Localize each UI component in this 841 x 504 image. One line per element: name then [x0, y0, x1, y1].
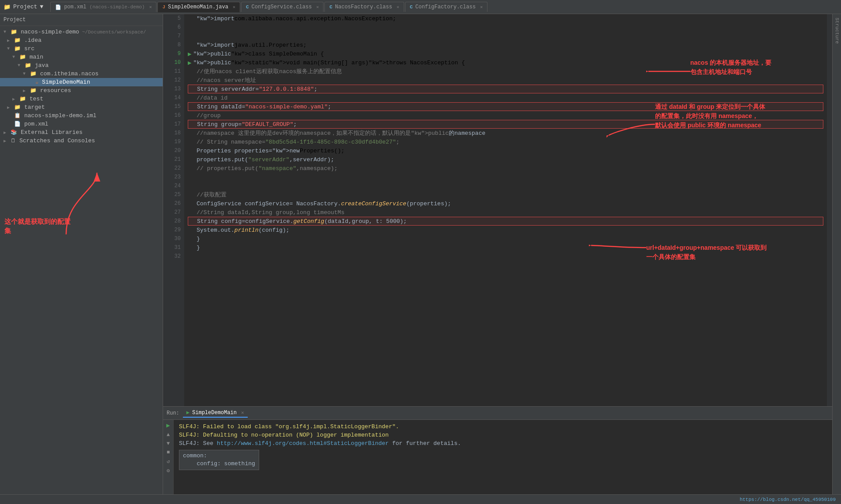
line-num-23: 23 — [163, 173, 184, 182]
line-num-32: 32 — [163, 252, 184, 261]
line-num-11: 11 — [163, 67, 184, 76]
tree-label: SimpleDemoMain — [42, 79, 90, 85]
bottom-content: ▶ ▲ ▼ ■ ↺ ⚙ SLF4J: Failed to load class … — [163, 420, 832, 494]
console-line: SLF4J: Failed to load class "org.slf4j.i… — [179, 423, 827, 431]
tree-arrow: ▶ — [12, 96, 18, 102]
run-tab-close[interactable]: ✕ — [241, 410, 244, 415]
up-btn[interactable]: ▲ — [167, 432, 170, 438]
tree-icon: 📁 — [14, 45, 21, 52]
console-line: SLF4J: Defaulting to no-operation (NOP) … — [179, 431, 827, 439]
sidebar-item-simpledemomain[interactable]: ☕SimpleDemoMain — [0, 78, 163, 86]
sidebar-item-test[interactable]: ▶📁test — [0, 95, 163, 103]
code-line-32 — [188, 252, 823, 261]
bottom-panel: Run: ▶ SimpleDemoMain ✕ ▶ ▲ ▼ ■ ↺ ⚙ — [163, 406, 832, 494]
tab-configfactory[interactable]: CConfigFactory.class✕ — [405, 2, 487, 12]
tree-icon: 📋 — [14, 112, 21, 119]
sidebar-item--idea[interactable]: ▶📁.idea — [0, 36, 163, 44]
line-num-29: 29 — [163, 226, 184, 234]
sidebar-item-nacos-simple-demo-iml[interactable]: 📋nacos-simple-demo.iml — [0, 111, 163, 120]
code-content[interactable]: "kw">import com.alibaba.nacos.api.except… — [184, 14, 827, 406]
structure-label[interactable]: Structure — [834, 18, 840, 44]
tab-label-nacosfactory: NacosFactory.class — [335, 4, 392, 10]
tree-icon: 📁 — [25, 62, 31, 69]
console-plain-text: SLF4J: See — [179, 440, 217, 447]
tree-label: java — [35, 62, 48, 69]
sidebar-title: Project — [4, 17, 26, 23]
right-structure-bar: Structure — [832, 14, 841, 494]
tab-close-nacosfactory[interactable]: ✕ — [397, 4, 399, 10]
down-btn[interactable]: ▼ — [167, 441, 170, 447]
tab-close-configservice[interactable]: ✕ — [316, 4, 319, 10]
left-annotation: 这个就是获取到的配置集 — [4, 217, 75, 235]
sidebar-item-scratches-and-consoles[interactable]: ▶🗒Scratches and Consoles — [0, 137, 163, 145]
tree-label: target — [24, 104, 45, 111]
scrollbar[interactable] — [827, 14, 832, 406]
annotation-arrow-left — [62, 164, 115, 243]
tab-nacosfactory[interactable]: CNacosFactory.class✕ — [324, 2, 404, 12]
tree-icon: 📚 — [11, 129, 17, 136]
tree-icon: 📁 — [30, 87, 37, 94]
tree-icon: 📄 — [14, 121, 21, 127]
status-url[interactable]: https://blog.csdn.net/qq_45950109 — [740, 497, 836, 502]
code-line-19: // String namespace="8bd5c5d4-1f16-485c-… — [188, 137, 823, 146]
line-num-6: 6 — [163, 23, 184, 32]
dropdown-arrow: ▼ — [40, 4, 44, 10]
code-editor[interactable]: 5678910111213141516171819202122232425262… — [163, 14, 832, 406]
tree-label: src — [24, 45, 34, 52]
run-tab[interactable]: ▶ SimpleDemoMain ✕ — [183, 408, 248, 418]
run-label: Run: — [167, 410, 179, 416]
tree-icon: 📁 — [19, 96, 26, 102]
tree-label: main — [30, 54, 43, 60]
tree-label: resources — [40, 87, 71, 94]
code-line-28: String config=configService.getConfig(da… — [188, 217, 823, 226]
tree-label: nacos-simple-demo ~/Documents/workspace/ — [21, 29, 146, 35]
tab-close-configfactory[interactable]: ✕ — [480, 4, 483, 10]
sidebar-item-com-itheima-nacos[interactable]: ▼📁com.itheima.nacos — [0, 70, 163, 78]
tab-icon-configfactory: C — [410, 4, 413, 10]
console-link[interactable]: http://www.slf4j.org/codes.html#StaticLo… — [217, 440, 389, 447]
code-line-16: //group — [188, 111, 823, 120]
tree-arrow: ▼ — [4, 30, 9, 34]
rerun-btn[interactable]: ↺ — [167, 458, 170, 465]
line-num-18: 18 — [163, 129, 184, 137]
code-line-23 — [188, 173, 823, 182]
settings-btn[interactable]: ⚙ — [167, 467, 170, 474]
tree-label: test — [30, 96, 43, 102]
code-line-26: ConfigService configService= NacosFactor… — [188, 199, 823, 208]
play-btn[interactable]: ▶ — [166, 422, 170, 429]
code-line-29: System.out.println(config); — [188, 226, 823, 234]
tree-icon: 📁 — [14, 104, 21, 111]
sidebar-item-target[interactable]: ▶📁target — [0, 103, 163, 111]
line-num-17: 17 — [163, 120, 184, 129]
sidebar-item-pom-xml[interactable]: 📄pom.xml — [0, 120, 163, 128]
code-line-5: "kw">import com.alibaba.nacos.api.except… — [188, 14, 823, 23]
sidebar-item-main[interactable]: ▼📁main — [0, 53, 163, 61]
sidebar-item-java[interactable]: ▼📁java — [0, 61, 163, 70]
sidebar-item-resources[interactable]: ▶📁resources — [0, 86, 163, 95]
code-line-22: // properties.put("namespace",namespace)… — [188, 164, 823, 173]
tab-close-pom[interactable]: ✕ — [149, 4, 152, 10]
bottom-panel-tabs: Run: ▶ SimpleDemoMain ✕ — [163, 407, 832, 420]
tab-configservice[interactable]: CConfigService.class✕ — [241, 2, 324, 12]
tree-icon: 📁 — [14, 37, 21, 44]
tree-arrow: ▼ — [18, 63, 23, 68]
tree-arrow: ▶ — [7, 38, 12, 43]
console-warn-text: SLF4J: Failed to load class "org.slf4j.i… — [179, 423, 399, 430]
sidebar-tree[interactable]: ▼📁nacos-simple-demo ~/Documents/workspac… — [0, 26, 163, 494]
console-suffix: for further details. — [389, 440, 461, 447]
stop-btn[interactable]: ■ — [167, 449, 170, 456]
project-dropdown[interactable]: 📁 Project ▼ — [4, 4, 43, 11]
sidebar-item-external-libraries[interactable]: ▶📚External Libraries — [0, 128, 163, 137]
line-num-15: 15 — [163, 102, 184, 111]
tab-pom[interactable]: 📄pom.xml (nacos-simple-demo)✕ — [50, 2, 156, 12]
tab-label-configfactory: ConfigFactory.class — [415, 4, 476, 10]
tree-label: External Libraries — [21, 129, 82, 136]
tab-close-simpledemo[interactable]: ✕ — [233, 4, 235, 10]
code-line-30: } — [188, 234, 823, 243]
line-num-7: 7 — [163, 32, 184, 41]
line-num-30: 30 — [163, 234, 184, 243]
line-num-19: 19 — [163, 137, 184, 146]
tab-simpledemo[interactable]: JSimpleDemoMain.java✕ — [157, 2, 240, 12]
sidebar-item-src[interactable]: ▼📁src — [0, 44, 163, 53]
sidebar-item-nacos-simple-demo[interactable]: ▼📁nacos-simple-demo ~/Documents/workspac… — [0, 28, 163, 36]
